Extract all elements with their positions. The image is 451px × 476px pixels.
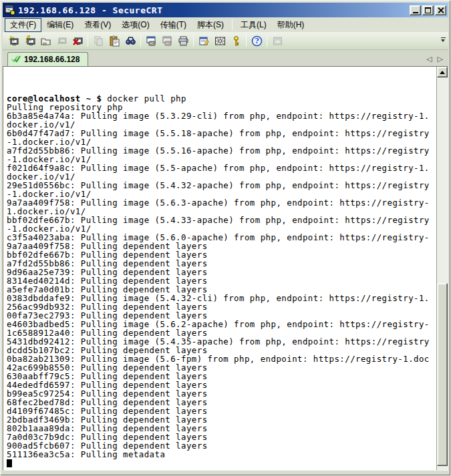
session-tab-label: 192.168.66.128: [24, 55, 80, 64]
arrow-up-icon: [440, 68, 445, 74]
find-button[interactable]: [122, 33, 138, 49]
app-icon[interactable]: [5, 5, 15, 15]
session-options-button[interactable]: [196, 33, 212, 49]
log-session-icon: [146, 35, 157, 47]
reconnect-icon: [56, 35, 67, 47]
keymap-icon: [214, 35, 226, 47]
title-bar[interactable]: 192.168.66.128 - SecureCRT: [3, 3, 448, 17]
help-icon: ?: [251, 35, 263, 47]
menu-separator: [232, 19, 233, 30]
connect-button[interactable]: [5, 33, 21, 49]
toolbar-overflow-icon: [441, 37, 446, 38]
session-tab[interactable]: 192.168.66.128: [7, 52, 88, 66]
keymap-editor-button[interactable]: [212, 33, 228, 49]
window-bottom-frame: [1, 471, 450, 476]
scrollbar-up-button[interactable]: [437, 67, 448, 77]
menu-item-help[interactable]: 帮助(H): [272, 18, 310, 32]
toolbar-overflow-button[interactable]: [439, 35, 447, 47]
connected-check-icon: [11, 55, 21, 63]
menu-item-transfer[interactable]: 传输(T): [155, 18, 192, 32]
menu-item-options[interactable]: 选项(O): [116, 18, 154, 32]
terminal-line: [7, 459, 436, 467]
quick-connect-button[interactable]: [21, 33, 37, 49]
paste-button[interactable]: [106, 33, 122, 49]
menu-item-script[interactable]: 脚本(S): [192, 18, 229, 32]
terminal-panel: core@localhost ~ $ docker pull phpPullin…: [3, 66, 448, 471]
toolbar-separator: [267, 35, 267, 47]
close-button[interactable]: [435, 5, 446, 15]
copy-button: [90, 33, 106, 49]
menu-item-file[interactable]: 文件(F): [5, 18, 41, 32]
menu-item-edit[interactable]: 编辑(E): [41, 18, 79, 32]
app-window-button: [269, 33, 285, 49]
maximize-icon: [425, 7, 431, 13]
menu-item-tools[interactable]: 工具(L): [235, 18, 272, 32]
terminal-cursor: [7, 459, 12, 467]
raw-log-icon: [162, 35, 173, 47]
toolbar-separator: [140, 35, 141, 47]
maximize-button[interactable]: [422, 5, 434, 15]
scrollbar-thumb[interactable]: [437, 283, 448, 466]
raw-log-button[interactable]: [159, 33, 175, 49]
print-button[interactable]: [175, 33, 191, 49]
tab-scroll-left-button[interactable]: ◁: [426, 55, 432, 63]
terminal-scrollbar[interactable]: [436, 67, 448, 470]
toolbar: ?: [3, 32, 448, 50]
toolbar-separator: [88, 35, 88, 47]
menu-bar: 文件(F)编辑(E)查看(V)选项(O)传输(T)脚本(S)工具(L)帮助(H): [3, 17, 448, 32]
connect-icon: [8, 35, 19, 47]
session-options-icon: [198, 35, 210, 47]
svg-text:?: ?: [255, 37, 259, 45]
securecrt-window: 192.168.66.128 - SecureCRT 文件(F)编辑(E)查看(…: [0, 0, 451, 476]
terminal-line: 511136ea3c5a: Pulling metadata: [7, 450, 436, 459]
copy-icon: [93, 35, 104, 47]
minimize-icon: [413, 12, 418, 13]
window-title: 192.168.66.128 - SecureCRT: [18, 5, 408, 15]
new-tab-button[interactable]: [37, 33, 53, 49]
menu-item-view[interactable]: 查看(V): [79, 18, 116, 32]
log-session-button[interactable]: [143, 33, 159, 49]
disconnect-button[interactable]: [69, 33, 86, 49]
tab-bar: 192.168.66.128 ◁ ▷: [3, 50, 448, 66]
terminal-line: [7, 77, 436, 85]
disconnect-icon: [72, 35, 84, 47]
find-icon: [125, 35, 136, 47]
paste-icon: [109, 35, 120, 47]
app-window-icon: [272, 35, 283, 47]
print-icon: [178, 35, 189, 47]
help-button[interactable]: ?: [249, 33, 265, 49]
tab-scroll-right-button[interactable]: ▷: [438, 55, 443, 63]
reconnect-button: [53, 33, 69, 49]
minimize-button[interactable]: [410, 5, 421, 15]
toolbar-separator: [246, 35, 247, 47]
session-tab-icon: [40, 35, 51, 47]
ssh-key-button[interactable]: [228, 33, 244, 49]
terminal-line: [7, 68, 436, 77]
quick-connect-icon: [24, 35, 35, 47]
toolbar-separator: [193, 35, 194, 47]
terminal-output[interactable]: core@localhost ~ $ docker pull phpPullin…: [3, 67, 436, 470]
close-icon: [438, 7, 444, 13]
key-icon: [231, 35, 242, 47]
